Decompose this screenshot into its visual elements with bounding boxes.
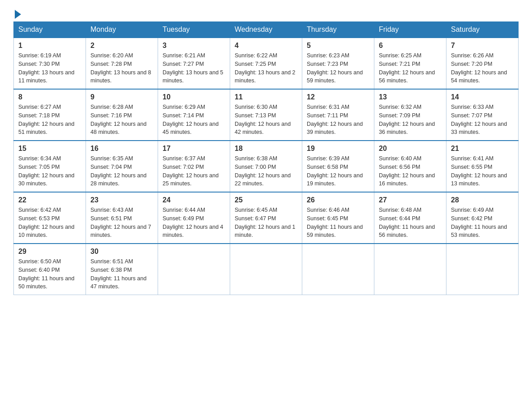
day-number: 25: [235, 196, 297, 204]
calendar-day-cell: 7 Sunrise: 6:26 AMSunset: 7:20 PMDayligh…: [446, 38, 519, 89]
calendar-day-cell: 10 Sunrise: 6:29 AMSunset: 7:14 PMDaylig…: [158, 89, 230, 141]
calendar-day-cell: 2 Sunrise: 6:20 AMSunset: 7:28 PMDayligh…: [86, 38, 158, 89]
day-number: 1: [18, 42, 81, 50]
day-info: Sunrise: 6:26 AMSunset: 7:20 PMDaylight:…: [451, 51, 514, 85]
calendar-day-cell: 23 Sunrise: 6:43 AMSunset: 6:51 PMDaylig…: [86, 192, 158, 244]
day-info: Sunrise: 6:21 AMSunset: 7:27 PMDaylight:…: [163, 51, 225, 85]
day-info: Sunrise: 6:28 AMSunset: 7:16 PMDaylight:…: [90, 103, 153, 137]
calendar-day-cell: 6 Sunrise: 6:25 AMSunset: 7:21 PMDayligh…: [374, 38, 446, 89]
day-number: 21: [451, 145, 514, 153]
day-info: Sunrise: 6:45 AMSunset: 6:47 PMDaylight:…: [235, 206, 297, 240]
calendar-day-cell: 4 Sunrise: 6:22 AMSunset: 7:25 PMDayligh…: [230, 38, 302, 89]
calendar-week-row: 22 Sunrise: 6:42 AMSunset: 6:53 PMDaylig…: [14, 192, 519, 244]
day-number: 27: [379, 196, 442, 204]
day-number: 10: [163, 93, 225, 101]
calendar-day-cell: 24 Sunrise: 6:44 AMSunset: 6:49 PMDaylig…: [158, 192, 230, 244]
day-number: 2: [90, 42, 153, 50]
day-number: 6: [379, 42, 442, 50]
day-number: 28: [451, 196, 514, 204]
calendar-day-cell: 9 Sunrise: 6:28 AMSunset: 7:16 PMDayligh…: [86, 89, 158, 141]
calendar-day-cell: 30 Sunrise: 6:51 AMSunset: 6:38 PMDaylig…: [86, 244, 158, 295]
calendar-day-cell: 21 Sunrise: 6:41 AMSunset: 6:55 PMDaylig…: [446, 141, 519, 192]
calendar-day-cell: 19 Sunrise: 6:39 AMSunset: 6:58 PMDaylig…: [302, 141, 374, 192]
calendar-day-cell: 15 Sunrise: 6:34 AMSunset: 7:05 PMDaylig…: [14, 141, 86, 192]
day-info: Sunrise: 6:39 AMSunset: 6:58 PMDaylight:…: [307, 154, 369, 188]
day-info: Sunrise: 6:20 AMSunset: 7:28 PMDaylight:…: [90, 51, 153, 85]
calendar-day-cell: 1 Sunrise: 6:19 AMSunset: 7:30 PMDayligh…: [14, 38, 86, 89]
day-number: 13: [379, 93, 442, 101]
calendar-week-row: 15 Sunrise: 6:34 AMSunset: 7:05 PMDaylig…: [14, 141, 519, 192]
day-number: 30: [90, 248, 153, 256]
day-info: Sunrise: 6:23 AMSunset: 7:23 PMDaylight:…: [307, 51, 369, 85]
day-info: Sunrise: 6:37 AMSunset: 7:02 PMDaylight:…: [163, 154, 225, 188]
day-info: Sunrise: 6:34 AMSunset: 7:05 PMDaylight:…: [18, 154, 81, 188]
day-number: 9: [90, 93, 153, 101]
day-info: Sunrise: 6:49 AMSunset: 6:42 PMDaylight:…: [451, 206, 514, 240]
calendar-day-cell: 5 Sunrise: 6:23 AMSunset: 7:23 PMDayligh…: [302, 38, 374, 89]
day-info: Sunrise: 6:32 AMSunset: 7:09 PMDaylight:…: [379, 103, 442, 137]
day-number: 14: [451, 93, 514, 101]
day-info: Sunrise: 6:42 AMSunset: 6:53 PMDaylight:…: [18, 206, 81, 240]
day-info: Sunrise: 6:29 AMSunset: 7:14 PMDaylight:…: [163, 103, 225, 137]
day-number: 11: [235, 93, 297, 101]
day-info: Sunrise: 6:33 AMSunset: 7:07 PMDaylight:…: [451, 103, 514, 137]
day-info: Sunrise: 6:41 AMSunset: 6:55 PMDaylight:…: [451, 154, 514, 188]
calendar-week-row: 29 Sunrise: 6:50 AMSunset: 6:40 PMDaylig…: [14, 244, 519, 295]
calendar-day-cell: 29 Sunrise: 6:50 AMSunset: 6:40 PMDaylig…: [14, 244, 86, 295]
calendar-weekday-header: Saturday: [446, 22, 519, 38]
day-info: Sunrise: 6:48 AMSunset: 6:44 PMDaylight:…: [379, 206, 442, 240]
day-number: 24: [163, 196, 225, 204]
calendar-day-cell: 3 Sunrise: 6:21 AMSunset: 7:27 PMDayligh…: [158, 38, 230, 89]
day-number: 22: [18, 196, 81, 204]
calendar-day-cell: 12 Sunrise: 6:31 AMSunset: 7:11 PMDaylig…: [302, 89, 374, 141]
calendar-day-cell: [374, 244, 446, 295]
day-number: 18: [235, 145, 297, 153]
calendar-day-cell: 18 Sunrise: 6:38 AMSunset: 7:00 PMDaylig…: [230, 141, 302, 192]
calendar-day-cell: 16 Sunrise: 6:35 AMSunset: 7:04 PMDaylig…: [86, 141, 158, 192]
calendar-day-cell: 22 Sunrise: 6:42 AMSunset: 6:53 PMDaylig…: [14, 192, 86, 244]
day-info: Sunrise: 6:31 AMSunset: 7:11 PMDaylight:…: [307, 103, 369, 137]
day-number: 3: [163, 42, 225, 50]
calendar-day-cell: 28 Sunrise: 6:49 AMSunset: 6:42 PMDaylig…: [446, 192, 519, 244]
day-info: Sunrise: 6:38 AMSunset: 7:00 PMDaylight:…: [235, 154, 297, 188]
day-info: Sunrise: 6:19 AMSunset: 7:30 PMDaylight:…: [18, 51, 81, 85]
day-info: Sunrise: 6:40 AMSunset: 6:56 PMDaylight:…: [379, 154, 442, 188]
day-number: 8: [18, 93, 81, 101]
day-info: Sunrise: 6:27 AMSunset: 7:18 PMDaylight:…: [18, 103, 81, 137]
calendar-header-row: SundayMondayTuesdayWednesdayThursdayFrid…: [14, 22, 519, 38]
calendar-week-row: 8 Sunrise: 6:27 AMSunset: 7:18 PMDayligh…: [14, 89, 519, 141]
day-number: 5: [307, 42, 369, 50]
day-info: Sunrise: 6:44 AMSunset: 6:49 PMDaylight:…: [163, 206, 225, 240]
calendar-weekday-header: Sunday: [14, 22, 86, 38]
day-number: 12: [307, 93, 369, 101]
calendar-day-cell: [158, 244, 230, 295]
day-number: 17: [163, 145, 225, 153]
day-number: 20: [379, 145, 442, 153]
logo: [13, 9, 21, 17]
calendar-day-cell: 26 Sunrise: 6:46 AMSunset: 6:45 PMDaylig…: [302, 192, 374, 244]
calendar-day-cell: [302, 244, 374, 295]
calendar-weekday-header: Tuesday: [158, 22, 230, 38]
day-info: Sunrise: 6:35 AMSunset: 7:04 PMDaylight:…: [90, 154, 153, 188]
day-number: 23: [90, 196, 153, 204]
calendar-weekday-header: Monday: [86, 22, 158, 38]
calendar-day-cell: 11 Sunrise: 6:30 AMSunset: 7:13 PMDaylig…: [230, 89, 302, 141]
day-info: Sunrise: 6:30 AMSunset: 7:13 PMDaylight:…: [235, 103, 297, 137]
calendar-week-row: 1 Sunrise: 6:19 AMSunset: 7:30 PMDayligh…: [14, 38, 519, 89]
calendar-weekday-header: Friday: [374, 22, 446, 38]
page-header: [13, 9, 519, 17]
calendar-weekday-header: Wednesday: [230, 22, 302, 38]
day-info: Sunrise: 6:51 AMSunset: 6:38 PMDaylight:…: [90, 257, 153, 291]
day-number: 4: [235, 42, 297, 50]
calendar-day-cell: 27 Sunrise: 6:48 AMSunset: 6:44 PMDaylig…: [374, 192, 446, 244]
calendar-day-cell: 20 Sunrise: 6:40 AMSunset: 6:56 PMDaylig…: [374, 141, 446, 192]
day-number: 16: [90, 145, 153, 153]
day-number: 19: [307, 145, 369, 153]
calendar-day-cell: 25 Sunrise: 6:45 AMSunset: 6:47 PMDaylig…: [230, 192, 302, 244]
day-info: Sunrise: 6:46 AMSunset: 6:45 PMDaylight:…: [307, 206, 369, 240]
day-info: Sunrise: 6:43 AMSunset: 6:51 PMDaylight:…: [90, 206, 153, 240]
day-number: 29: [18, 248, 81, 256]
logo-arrow-icon: [15, 10, 21, 19]
calendar-day-cell: 13 Sunrise: 6:32 AMSunset: 7:09 PMDaylig…: [374, 89, 446, 141]
calendar-table: SundayMondayTuesdayWednesdayThursdayFrid…: [13, 21, 519, 295]
